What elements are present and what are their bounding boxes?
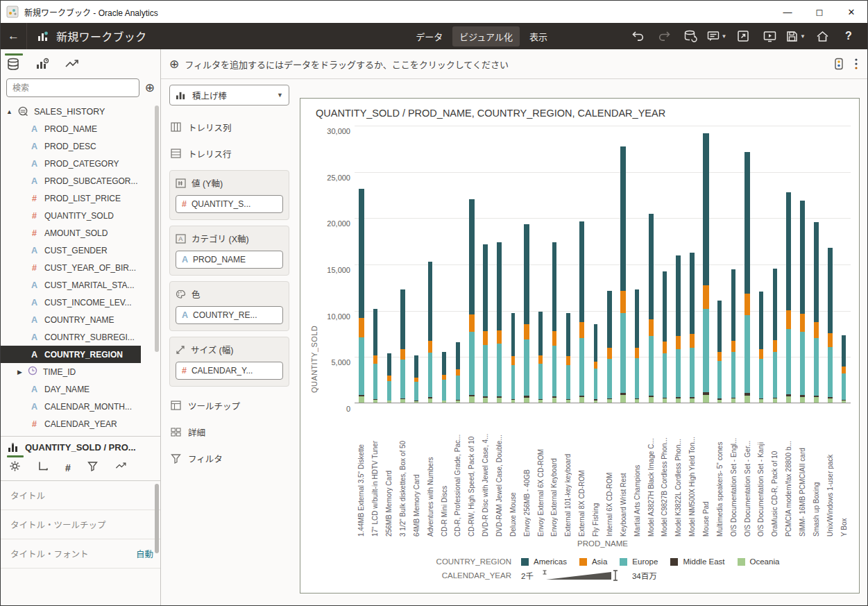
segment-americas[interactable] (717, 301, 722, 351)
segment-europe[interactable] (703, 309, 709, 392)
x-axis-slot[interactable]: A カテゴリ (X軸) APROD_NAME (169, 226, 289, 276)
undo-button[interactable] (627, 27, 648, 45)
field-COUNTRY_REGION[interactable]: ACOUNTRY_REGION (1, 346, 141, 363)
segment-asia[interactable] (538, 355, 543, 364)
color-pill[interactable]: ACOUNTRY_RE... (176, 306, 283, 324)
bar-22[interactable] (658, 126, 672, 403)
segment-europe[interactable] (842, 373, 845, 401)
segment-americas[interactable] (800, 201, 805, 314)
color-slot[interactable]: 色 ACOUNTRY_RE... (169, 281, 289, 331)
segment-europe[interactable] (690, 348, 695, 397)
segment-americas[interactable] (744, 152, 750, 294)
tab-visualizations[interactable] (35, 53, 49, 74)
segment-americas[interactable] (400, 289, 405, 349)
segment-europe[interactable] (400, 360, 405, 398)
segment-europe[interactable] (483, 345, 487, 397)
bar-30[interactable] (768, 126, 782, 403)
segment-europe[interactable] (497, 344, 502, 396)
segment-oceania[interactable] (649, 397, 654, 403)
segment-americas[interactable] (428, 262, 432, 340)
segment-asia[interactable] (456, 369, 460, 376)
segment-asia[interactable] (469, 314, 474, 332)
segment-americas[interactable] (538, 312, 543, 355)
field-PROD_LIST_PRICE[interactable]: #PROD_LIST_PRICE (1, 190, 160, 207)
segment-europe[interactable] (359, 337, 364, 395)
segment-americas[interactable] (511, 313, 516, 357)
size-slot[interactable]: サイズ (幅) #CALENDAR_Y... (169, 337, 289, 387)
segment-americas[interactable] (607, 291, 611, 348)
segment-europe[interactable] (828, 347, 833, 397)
bar-29[interactable] (754, 126, 768, 403)
segment-asia[interactable] (717, 352, 722, 361)
segment-oceania[interactable] (744, 396, 750, 403)
segment-oceania[interactable] (497, 398, 502, 403)
segment-oceania[interactable] (359, 396, 364, 403)
menu-ellipsis-icon[interactable] (855, 58, 858, 70)
segment-asia[interactable] (594, 362, 598, 369)
segment-europe[interactable] (579, 338, 584, 396)
conditional-format-icon[interactable] (834, 58, 844, 70)
size-pill[interactable]: #CALENDAR_Y... (176, 362, 283, 380)
expand-caret-icon[interactable]: ▶ (17, 369, 22, 376)
segment-asia[interactable] (428, 341, 432, 353)
legend-item-oceania[interactable]: Oceania (738, 557, 780, 566)
bar-15[interactable] (561, 126, 575, 403)
segment-europe[interactable] (731, 352, 735, 397)
segment-americas[interactable] (566, 313, 570, 357)
segment-oceania[interactable] (676, 398, 681, 403)
field-DAY_NAME[interactable]: ADAY_NAME (1, 380, 160, 398)
prop-tab-filters[interactable] (87, 456, 98, 474)
segment-oceania[interactable] (717, 400, 722, 403)
segment-europe[interactable] (552, 346, 556, 396)
segment-asia[interactable] (579, 322, 584, 338)
segment-europe[interactable] (566, 365, 570, 399)
segment-oceania[interactable] (456, 401, 460, 403)
segment-oceania[interactable] (524, 398, 529, 403)
segment-americas[interactable] (414, 355, 418, 378)
segment-oceania[interactable] (731, 398, 735, 403)
bar-28[interactable] (740, 126, 754, 403)
dataset-node[interactable]: ▲ SALES_HISTORY (1, 103, 160, 120)
prop-tab-analytics[interactable] (114, 456, 128, 474)
segment-asia[interactable] (359, 318, 364, 337)
field-CUST_MARITAL_STA[interactable]: ACUST_MARITAL_STA... (1, 276, 160, 294)
segment-europe[interactable] (373, 364, 377, 399)
trellis-columns-slot[interactable]: トレリス列 (169, 114, 289, 140)
back-button[interactable]: ← (1, 23, 27, 49)
segment-americas[interactable] (828, 248, 833, 333)
header-tab-データ[interactable]: データ (409, 26, 450, 47)
segment-europe[interactable] (786, 329, 792, 395)
segment-europe[interactable] (387, 381, 391, 401)
legend-item-europe[interactable]: Europe (620, 557, 658, 566)
legend-item-middle-east[interactable]: Middle East (670, 557, 724, 566)
segment-asia[interactable] (814, 322, 819, 338)
segment-americas[interactable] (524, 224, 529, 324)
y-axis-pill[interactable]: #QUANTITY_S... (176, 195, 283, 213)
segment-asia[interactable] (663, 342, 667, 353)
segment-asia[interactable] (497, 330, 502, 344)
property-value[interactable]: 自動 (136, 547, 153, 560)
segment-asia[interactable] (566, 356, 570, 364)
segment-oceania[interactable] (594, 401, 598, 403)
segment-oceania[interactable] (607, 399, 611, 403)
segment-asia[interactable] (373, 355, 377, 364)
bar-35[interactable] (837, 126, 851, 403)
minimize-button[interactable]: — (772, 1, 803, 23)
present-button[interactable] (759, 27, 780, 45)
redo-button[interactable] (654, 27, 674, 45)
header-tab-表示[interactable]: 表示 (522, 26, 554, 47)
segment-americas[interactable] (814, 222, 819, 322)
segment-oceania[interactable] (511, 400, 516, 403)
properties-scrollbar[interactable] (155, 484, 159, 553)
segment-europe[interactable] (676, 349, 681, 397)
segment-europe[interactable] (800, 332, 805, 395)
close-button[interactable]: ✕ (835, 1, 867, 23)
segment-europe[interactable] (649, 336, 654, 395)
segment-asia[interactable] (442, 375, 446, 380)
segment-europe[interactable] (635, 358, 639, 398)
bar-17[interactable] (589, 126, 603, 403)
segment-americas[interactable] (483, 244, 487, 331)
comment-menu-button[interactable]: ▼ (706, 27, 727, 45)
segment-europe[interactable] (773, 352, 777, 397)
filter-slot[interactable]: フィルタ (169, 445, 289, 471)
